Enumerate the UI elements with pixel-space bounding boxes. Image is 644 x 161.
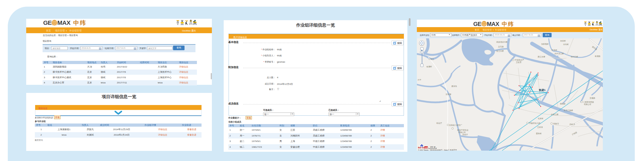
svg-text:有限公司: 有限公司 [584, 103, 591, 105]
svg-text:去科匹桥: 去科匹桥 [571, 56, 578, 58]
svg-text:加斜鄂村: 加斜鄂村 [541, 43, 549, 45]
svg-text:南荡半星纸业: 南荡半星纸业 [457, 129, 469, 131]
svg-text:高中泽江桥: 高中泽江桥 [554, 53, 564, 55]
svg-text:夏家角: 夏家角 [451, 85, 457, 87]
svg-text:明教寺: 明教寺 [553, 123, 559, 125]
svg-text:叶植苑农产: 叶植苑农产 [515, 59, 524, 61]
svg-text:百曲星幼儿园: 百曲星幼儿园 [529, 122, 540, 124]
svg-text:有限公司: 有限公司 [458, 131, 466, 133]
svg-text:旦湾江路桥: 旦湾江路桥 [564, 109, 573, 112]
svg-text:叶巷村: 叶巷村 [552, 49, 557, 51]
svg-text:朱家村: 朱家村 [560, 40, 566, 42]
svg-text:二海慧学院路: 二海慧学院路 [583, 101, 594, 103]
svg-text:西江水桥: 西江水桥 [537, 56, 546, 58]
svg-text:200 米: 200 米 [430, 146, 436, 148]
svg-text:金属村: 金属村 [426, 65, 432, 68]
svg-text:商泉增泽沖桥: 商泉增泽沖桥 [496, 41, 508, 43]
svg-text:连亮路: 连亮路 [498, 46, 504, 48]
svg-text:水刘村: 水刘村 [563, 43, 569, 46]
svg-text:地图: 地图 [425, 147, 428, 149]
svg-text:体漂路: 体漂路 [595, 55, 601, 57]
svg-text:卫生室: 卫生室 [516, 61, 522, 63]
svg-text:宋家厅: 宋家厅 [462, 134, 468, 136]
svg-text:Bai du: Bai du [418, 146, 425, 149]
svg-text:喜泰新力模型厂: 喜泰新力模型厂 [449, 124, 462, 126]
svg-text:造江水桥: 造江水桥 [496, 50, 504, 52]
svg-text:轨迹1: 轨迹1 [539, 89, 546, 91]
svg-text:小张王: 小张王 [428, 58, 434, 60]
svg-text:转营江桥: 转营江桥 [551, 113, 559, 116]
svg-text:西医村: 西医村 [536, 132, 542, 135]
svg-text:大坪: 大坪 [417, 79, 421, 81]
svg-text:四农才: 四农才 [569, 123, 575, 125]
svg-text:贺家厍: 贺家厍 [446, 93, 451, 96]
svg-text:五般路: 五般路 [590, 97, 595, 99]
svg-text:毛家村: 毛家村 [538, 117, 544, 120]
svg-text:晴花厅: 晴花厅 [436, 122, 442, 124]
svg-text:© 2017 Baidu - 39(2016)2099号 -: © 2017 Baidu - 39(2016)2099号 - Data © 长地… [418, 149, 457, 151]
svg-text:王家埭: 王家埭 [537, 126, 543, 128]
svg-text:佛道殿: 佛道殿 [560, 103, 566, 105]
